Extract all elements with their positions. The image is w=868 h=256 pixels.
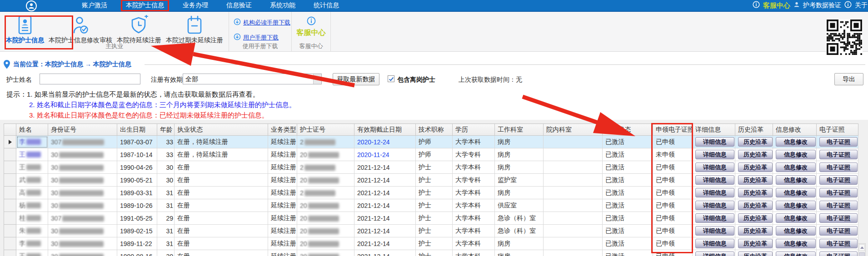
detail-button[interactable]: 详细信息 <box>695 213 734 223</box>
toolbar-item[interactable]: 本院护士信息 <box>4 15 46 44</box>
column-header[interactable]: 姓名 <box>16 124 48 136</box>
detail-button[interactable]: 详细信息 <box>695 251 734 256</box>
menu-item[interactable]: 统计信息 <box>309 0 344 10</box>
table-row[interactable]: 武301990-05-2130在册延续注册202021-12-14护士大学专科监… <box>4 174 858 187</box>
nurse-name-input[interactable] <box>40 74 140 84</box>
column-header[interactable]: 出生日期 <box>117 124 157 136</box>
column-header[interactable]: 技术职称 <box>416 124 453 136</box>
toolbar-item[interactable]: 本院护士信息修改审核 <box>46 15 115 44</box>
detail-button[interactable]: 详细信息 <box>695 201 734 210</box>
table-row[interactable]: 李3071987-03-0733在册，待延续注册延续注册22020-12-24护… <box>4 136 858 148</box>
modify-button[interactable]: 信息修改 <box>776 239 816 248</box>
table-row[interactable]: 桂3071991-05-2529在册延续注册202021-12-14护士大学本科… <box>4 212 858 225</box>
check-icon <box>389 76 394 82</box>
modify-button[interactable]: 信息修改 <box>776 162 816 172</box>
elicense-button[interactable]: 电子证照 <box>819 137 858 147</box>
column-header[interactable]: 电子证照 <box>817 124 858 136</box>
refresh-data-button[interactable]: 获取最新数据 <box>333 73 379 85</box>
history-button[interactable]: 历史沿革 <box>738 137 773 147</box>
elicense-button[interactable]: 电子证照 <box>819 226 858 236</box>
history-button[interactable]: 历史沿革 <box>738 162 773 172</box>
toolbar-item[interactable]: 本院过期未延续注册 <box>164 15 225 44</box>
column-header[interactable]: 院内科室 <box>544 124 603 136</box>
modify-button[interactable]: 信息修改 <box>776 188 816 197</box>
cell-account-status: 已激活 <box>603 212 653 225</box>
about-link[interactable]: 关于 <box>855 1 868 10</box>
detail-button[interactable]: 详细信息 <box>695 175 734 185</box>
history-button[interactable]: 历史沿革 <box>738 213 773 223</box>
menu-item[interactable]: 信息验证 <box>222 0 256 10</box>
menu-item[interactable]: 业务办理 <box>178 0 213 10</box>
column-header[interactable]: 护士证号 <box>297 124 354 136</box>
history-button[interactable]: 历史沿革 <box>738 175 773 185</box>
elicense-button[interactable]: 电子证照 <box>819 175 858 185</box>
exam-verify-link[interactable]: 护考数据验证 <box>803 1 841 10</box>
elicense-button[interactable]: 电子证照 <box>819 239 858 248</box>
modify-button[interactable]: 信息修改 <box>776 251 816 256</box>
cell-action: 电子证照 <box>817 187 858 199</box>
column-header[interactable]: 业务类型 <box>268 124 297 136</box>
validity-select[interactable]: 全部 <box>183 74 322 84</box>
column-header[interactable]: 信息修改 <box>773 124 817 136</box>
column-header[interactable]: 详细信息 <box>693 124 735 136</box>
column-header[interactable]: 学历 <box>453 124 495 136</box>
modify-button[interactable]: 信息修改 <box>776 175 816 185</box>
column-header[interactable]: 年龄 <box>157 124 175 136</box>
column-header[interactable]: 执业状态 <box>175 124 268 136</box>
elicense-button[interactable]: 电子证照 <box>819 213 858 223</box>
support-center-link[interactable]: 客服中心 <box>763 1 790 10</box>
column-header[interactable]: 有效期截止日期 <box>354 124 416 136</box>
column-header[interactable]: 工作科室 <box>495 124 544 136</box>
elicense-button[interactable]: 电子证照 <box>819 201 858 210</box>
column-header[interactable]: 申领电子证照 <box>653 124 693 136</box>
scrollbar-thumb[interactable] <box>859 252 865 256</box>
detail-button[interactable]: 详细信息 <box>695 137 734 147</box>
table-row[interactable]: 李301989-11-2231在册延续注册202021-12-14护士大学本科病… <box>4 237 858 250</box>
modify-button[interactable]: 信息修改 <box>776 213 816 223</box>
column-header[interactable]: 账户状态 <box>603 124 653 136</box>
elicense-button[interactable]: 电子证照 <box>819 150 858 159</box>
dropdown-button[interactable] <box>313 74 321 84</box>
modify-button[interactable]: 信息修改 <box>776 150 816 159</box>
detail-button[interactable]: 详细信息 <box>695 226 734 236</box>
menu-item[interactable]: 本院护士信息 <box>121 0 169 11</box>
menu-item[interactable]: 系统功能 <box>265 0 300 10</box>
modify-button[interactable]: 信息修改 <box>776 137 816 147</box>
table-row[interactable]: 高301989-03-3131在册延续注册22021-12-14护士大学本科病房… <box>4 187 858 199</box>
detail-button[interactable]: 详细信息 <box>695 150 734 159</box>
support-center-button[interactable]: 客服中心 <box>292 28 330 38</box>
history-button[interactable]: 历史沿革 <box>738 226 773 236</box>
chevron-up-icon <box>860 246 864 249</box>
toolbar-item[interactable]: 本院待延续注册 <box>115 15 164 44</box>
scroll-up-button[interactable] <box>859 244 865 251</box>
table-row[interactable]: 朱301989-02-1531在册延续注册202021-12-14护士大学本科急… <box>4 225 858 237</box>
column-header[interactable]: 身份证号 <box>48 124 117 136</box>
column-header[interactable]: 历史沿革 <box>735 124 773 136</box>
include-offpost-checkbox[interactable] <box>388 75 394 82</box>
redacted-id <box>62 216 104 222</box>
history-button[interactable]: 历史沿革 <box>738 188 773 197</box>
detail-button[interactable]: 详细信息 <box>695 162 734 172</box>
export-button[interactable]: 导出 <box>834 73 863 85</box>
history-button[interactable]: 历史沿革 <box>738 150 773 159</box>
user-avatar-icon[interactable] <box>26 0 37 11</box>
table-row[interactable]: 王301990-08-1630在册延续注册202021-12-14护士大学本科病… <box>4 250 858 256</box>
elicense-button[interactable]: 电子证照 <box>819 162 858 172</box>
history-button[interactable]: 历史沿革 <box>738 251 773 256</box>
modify-button[interactable]: 信息修改 <box>776 201 816 210</box>
detail-button[interactable]: 详细信息 <box>695 188 734 197</box>
table-row[interactable]: 王301987-10-1433在册，待延续注册延续注册202020-11-24护… <box>4 148 858 161</box>
manual-download-link[interactable]: 机构必读手册下载 <box>234 18 291 27</box>
history-button[interactable]: 历史沿革 <box>738 201 773 210</box>
cell-id-number: 30 <box>48 161 117 174</box>
elicense-button[interactable]: 电子证照 <box>819 188 858 197</box>
modify-button[interactable]: 信息修改 <box>776 226 816 236</box>
table-row[interactable]: 王301990-04-2630在册延续注册22021-12-14护士大学本科病房… <box>4 161 858 174</box>
manual-download-link[interactable]: 用户手册下载 <box>234 33 291 42</box>
detail-button[interactable]: 详细信息 <box>695 239 734 248</box>
history-button[interactable]: 历史沿革 <box>738 239 773 248</box>
redacted-name <box>26 139 41 145</box>
table-row[interactable]: 杨301989-10-2631在册延续注册202021-12-14护士大学本科供… <box>4 199 858 212</box>
elicense-button[interactable]: 电子证照 <box>819 251 858 256</box>
menu-item[interactable]: 账户激活 <box>77 0 112 10</box>
